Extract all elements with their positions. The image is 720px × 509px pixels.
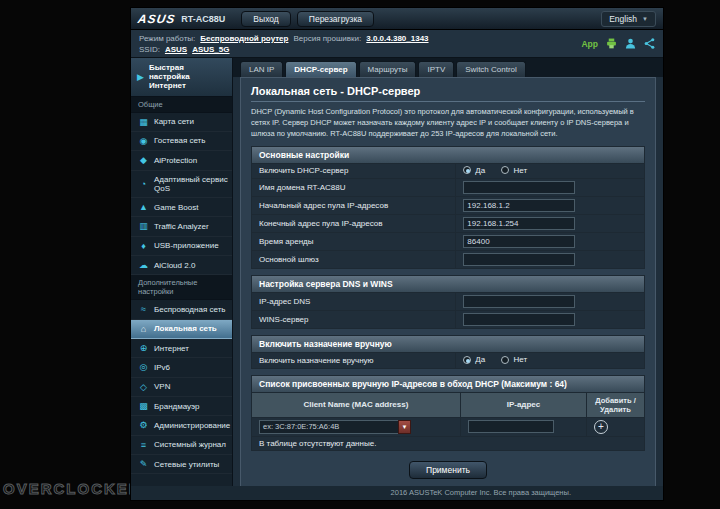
client-mac-select[interactable]: ex: 3C:87:0E:75:A6:4B ▼: [259, 420, 411, 434]
row-default-gateway: Основной шлюз: [252, 251, 645, 269]
wireless-icon: ≈: [138, 304, 149, 314]
sidebar-section-advanced: Дополнительные настройки: [131, 275, 232, 300]
sidebar-item-traffic-analyzer[interactable]: ▥ Traffic Analyzer: [131, 217, 232, 236]
domain-name-input[interactable]: [463, 181, 575, 194]
sidebar-item-label: AiProtection: [154, 156, 197, 165]
row-dns-ip: IP-адрес DNS: [252, 293, 645, 311]
firmware-link[interactable]: 3.0.0.4.380_1343: [366, 34, 428, 43]
apply-row: Применить: [251, 459, 645, 479]
radio-icon: [463, 166, 471, 174]
row-manual-enable: Включить назначение вручную Да Нет: [252, 353, 645, 369]
lan-icon: ⌂: [138, 324, 149, 334]
ssid-5g-link[interactable]: ASUS_5G: [192, 45, 229, 54]
radio-manual-yes[interactable]: Да: [463, 355, 485, 364]
sidebar-item-lan[interactable]: ⌂ Локальная сеть: [131, 320, 232, 339]
sidebar-item-aicloud[interactable]: ☁ AiCloud 2.0: [131, 256, 232, 275]
sidebar-item-label: AiCloud 2.0: [154, 261, 195, 270]
mode-label: Режим работы:: [139, 34, 195, 43]
sidebar-item-administration[interactable]: ⚙ Администрирование: [131, 416, 232, 435]
empty-table-message: В таблице отсутствуют данные.: [252, 436, 645, 450]
quick-setup-button[interactable]: ▶ Быстрая настройка Интернет: [131, 58, 232, 97]
basic-config-table: Включить DHCP-сервер Да Нет: [251, 163, 645, 270]
row-dhcp-enable: Включить DHCP-сервер Да Нет: [252, 163, 645, 179]
sidebar-item-vpn[interactable]: ◇ VPN: [131, 378, 232, 397]
row-lease-time: Время аренды: [252, 233, 645, 251]
radio-icon: [501, 166, 509, 174]
pool-end-input[interactable]: [463, 217, 575, 230]
dns-ip-input[interactable]: [463, 295, 575, 308]
row-label: Включить DHCP-сервер: [252, 163, 456, 179]
apply-button[interactable]: Применить: [409, 461, 487, 479]
globe-icon: ⊕: [138, 343, 149, 353]
share-icon[interactable]: [644, 38, 655, 49]
gateway-input[interactable]: [463, 253, 575, 266]
sidebar-item-wireless[interactable]: ≈ Беспроводная сеть: [131, 300, 232, 319]
ssid-2g-link[interactable]: ASUS: [165, 45, 187, 54]
row-value: [456, 197, 645, 215]
sidebar-item-label: Системный журнал: [154, 440, 226, 449]
usb-icon: ♦: [138, 241, 149, 251]
radio-dhcp-enable-yes[interactable]: Да: [463, 166, 485, 175]
tab-lan-ip[interactable]: LAN IP: [240, 61, 283, 77]
tab-route[interactable]: Маршруты: [359, 61, 417, 77]
status-icons: App: [581, 38, 655, 49]
row-label: WINS-сервер: [252, 311, 456, 329]
sidebar-item-label: Карта сети: [154, 117, 194, 126]
sidebar-item-firewall[interactable]: ▩ Брандмауэр: [131, 397, 232, 416]
sidebar-item-game-boost[interactable]: ▲ Game Boost: [131, 198, 232, 217]
dns-wins-table: IP-адрес DNS WINS-сервер: [251, 292, 645, 329]
mode-line: Режим работы: Беспроводной роутер Версия…: [139, 34, 429, 43]
row-value: [456, 311, 645, 329]
sidebar-item-label: Game Boost: [154, 203, 198, 212]
client-mac-value: ex: 3C:87:0E:75:A6:4B: [259, 420, 398, 434]
copyright-text: 2016 ASUSTeK Computer Inc. Все права защ…: [131, 486, 663, 500]
row-label: Имя домена RT-AC88U: [252, 179, 456, 197]
tab-switch-control[interactable]: Switch Control: [456, 61, 526, 77]
row-pool-start: Начальный адрес пула IP-адресов: [252, 197, 645, 215]
add-row-button[interactable]: +: [594, 420, 608, 434]
sidebar-item-wan[interactable]: ⊕ Интернет: [131, 339, 232, 358]
sidebar-item-usb-application[interactable]: ♦ USB-приложение: [131, 237, 232, 256]
row-label: Начальный адрес пула IP-адресов: [252, 197, 456, 215]
lease-time-input[interactable]: [463, 235, 575, 248]
firewall-icon: ▩: [138, 401, 149, 411]
sidebar-item-network-map[interactable]: ▦ Карта сети: [131, 113, 232, 132]
radio-manual-no[interactable]: Нет: [501, 355, 527, 364]
reboot-button[interactable]: Перезагрузка: [297, 11, 374, 27]
sidebar-item-network-tools[interactable]: ✎ Сетевые утилиты: [131, 455, 232, 474]
page-description: DHCP (Dynamic Host Configuration Protoco…: [251, 107, 645, 140]
status-bar: Режим работы: Беспроводной роутер Версия…: [131, 30, 663, 58]
radio-dhcp-enable-no[interactable]: Нет: [501, 166, 527, 175]
sidebar-item-guest-network[interactable]: ◉ Гостевая сеть: [131, 132, 232, 151]
mode-link[interactable]: Беспроводной роутер: [200, 34, 288, 43]
tools-icon: ✎: [138, 459, 149, 469]
router-admin-window: ASUS RT-AC88U Выход Перезагрузка English…: [130, 7, 664, 501]
app-badge[interactable]: App: [581, 39, 598, 49]
user-icon[interactable]: [625, 38, 636, 49]
row-value: [456, 293, 645, 311]
quick-setup-icon: ▶: [137, 72, 144, 82]
sidebar-item-adaptive-qos[interactable]: ◔ Адаптивный сервис QoS: [131, 171, 232, 198]
sidebar-item-label: Гостевая сеть: [154, 136, 205, 145]
radio-label: Нет: [513, 355, 527, 364]
tab-iptv[interactable]: IPTV: [418, 61, 454, 77]
pool-start-input[interactable]: [463, 199, 575, 212]
language-dropdown[interactable]: English ▼: [601, 11, 656, 27]
logout-button[interactable]: Выход: [241, 11, 290, 27]
sidebar-item-ipv6[interactable]: ◎ IPv6: [131, 358, 232, 377]
sidebar-item-system-log[interactable]: ≡ Системный журнал: [131, 436, 232, 455]
row-value: Да Нет: [456, 163, 645, 179]
manual-ip-input[interactable]: [468, 420, 554, 433]
tab-dhcp-server[interactable]: DHCP-сервер: [285, 61, 356, 77]
row-wins-server: WINS-сервер: [252, 311, 645, 329]
qos-icon: ◔: [138, 179, 149, 189]
wins-server-input[interactable]: [463, 313, 575, 326]
quick-setup-label: Быстрая настройка Интернет: [149, 63, 226, 91]
content-area: LAN IP DHCP-сервер Маршруты IPTV Switch …: [233, 58, 663, 486]
printer-icon[interactable]: [606, 38, 617, 49]
section-mac-list: Список присвоенных вручную IP-адресов в …: [251, 375, 645, 392]
status-lines: Режим работы: Беспроводной роутер Версия…: [139, 34, 429, 54]
log-icon: ≡: [138, 440, 149, 450]
sidebar-item-aiprotection[interactable]: ◆ AiProtection: [131, 151, 232, 170]
row-label: Время аренды: [252, 233, 456, 251]
